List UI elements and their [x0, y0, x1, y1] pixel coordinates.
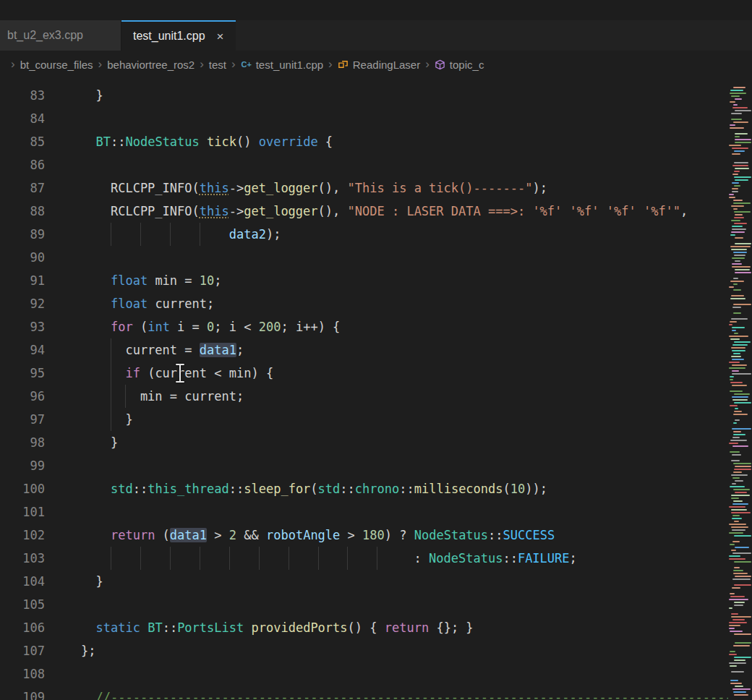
code-line-100[interactable]: 100 std::this_thread::sleep_for(std::chr… [0, 477, 752, 500]
code-line-102[interactable]: 102 return (data1 > 2 && robotAngle > 18… [0, 524, 752, 547]
code-line-103[interactable]: 103 : NodeStatus::FAILURE; [0, 547, 752, 570]
code-line-text[interactable] [81, 153, 752, 176]
code-line-text[interactable] [81, 107, 752, 130]
code-line-text[interactable]: return (data1 > 2 && robotAngle > 180) ?… [81, 524, 752, 547]
breadcrumb-item-readinglaser[interactable]: ReadingLaser [338, 59, 420, 71]
code-line-text[interactable]: : NodeStatus::FAILURE; [81, 547, 752, 570]
code-line-96[interactable]: 96 min = current; [0, 385, 752, 408]
code-line-84[interactable]: 84 [0, 107, 752, 130]
code-line-text[interactable]: BT::NodeStatus tick() override { [81, 130, 752, 153]
tab-bt_u2_ex3-cpp[interactable]: bt_u2_ex3.cpp [0, 20, 121, 51]
code-line-90[interactable]: 90 [0, 246, 752, 269]
line-number[interactable]: 92 [0, 292, 46, 315]
code-line-text[interactable]: } [81, 84, 752, 107]
code-line-text[interactable]: float min = 10; [81, 269, 752, 292]
code-line-text[interactable]: current = data1; [81, 338, 752, 362]
line-number[interactable]: 103 [0, 547, 46, 570]
code-line-text[interactable]: for (int i = 0; i < 200; i++) { [81, 315, 752, 338]
breadcrumb-item-behaviortree_ros2[interactable]: behaviortree_ros2 [107, 59, 195, 71]
code-line-text[interactable] [81, 246, 752, 269]
code-line-text[interactable] [81, 593, 752, 616]
line-number[interactable]: 85 [0, 130, 46, 153]
code-line-95[interactable]: 95 if (current < min) { [0, 362, 752, 385]
code-line-99[interactable]: 99 [0, 454, 752, 477]
code-line-94[interactable]: 94 current = data1; [0, 338, 752, 362]
line-number[interactable]: 88 [0, 200, 46, 223]
minimap[interactable] [728, 78, 752, 700]
code-line-text[interactable]: RCLCPP_INFO(this->get_logger(), "This is… [81, 176, 752, 200]
close-icon[interactable]: × [217, 30, 224, 43]
line-number[interactable]: 106 [0, 616, 46, 639]
chevron-right-icon: › [200, 57, 204, 72]
line-number[interactable]: 98 [0, 431, 46, 454]
line-number[interactable]: 107 [0, 639, 46, 662]
code-line-98[interactable]: 98 } [0, 431, 752, 454]
line-number[interactable]: 104 [0, 570, 46, 593]
line-number[interactable]: 101 [0, 500, 46, 524]
line-number[interactable]: 95 [0, 362, 46, 385]
code-line-85[interactable]: 85 BT::NodeStatus tick() override { [0, 130, 752, 153]
code-line-text[interactable]: } [81, 431, 752, 454]
code-line-97[interactable]: 97 } [0, 408, 752, 431]
line-number[interactable]: 91 [0, 269, 46, 292]
code-line-92[interactable]: 92 float current; [0, 292, 752, 315]
code-line-106[interactable]: 106 static BT::PortsList providedPorts()… [0, 616, 752, 639]
code-line-text[interactable]: //--------------------------------------… [81, 686, 752, 700]
code-line-93[interactable]: 93 for (int i = 0; i < 200; i++) { [0, 315, 752, 338]
chevron-right-icon: › [231, 57, 236, 72]
symbol-class-icon [338, 59, 349, 70]
breadcrumb-item-test[interactable]: test [209, 59, 226, 71]
code-line-89[interactable]: 89 data2); [0, 223, 752, 246]
line-number[interactable]: 100 [0, 477, 46, 500]
chevron-right-icon: › [425, 57, 430, 72]
code-area[interactable]: 83 }8485 BT::NodeStatus tick() override … [0, 78, 752, 700]
indent-guide [111, 223, 111, 246]
tab-test_unit1-cpp[interactable]: test_unit1.cpp × [121, 20, 236, 51]
code-line-109[interactable]: 109 //----------------------------------… [0, 686, 752, 700]
line-number[interactable]: 93 [0, 315, 46, 338]
code-line-text[interactable]: data2); [81, 223, 752, 246]
code-line-text[interactable]: RCLCPP_INFO(this->get_logger(), "NODE : … [81, 200, 752, 223]
code-editor[interactable]: 83 }8485 BT::NodeStatus tick() override … [0, 78, 752, 700]
line-number[interactable]: 102 [0, 524, 46, 547]
line-number[interactable]: 94 [0, 338, 46, 362]
code-line-text[interactable]: float current; [81, 292, 752, 315]
code-line-108[interactable]: 108 [0, 662, 752, 686]
code-line-101[interactable]: 101 [0, 500, 752, 524]
line-number[interactable]: 87 [0, 176, 46, 200]
code-line-text[interactable]: min = current; [81, 385, 752, 408]
line-number[interactable]: 89 [0, 223, 46, 246]
code-line-text[interactable]: static BT::PortsList providedPorts() { r… [81, 616, 752, 639]
code-line-text[interactable] [81, 454, 752, 477]
line-number[interactable]: 90 [0, 246, 46, 269]
breadcrumb-item-test_unit1-cpp[interactable]: C+ test_unit1.cpp [241, 59, 323, 71]
code-line-91[interactable]: 91 float min = 10; [0, 269, 752, 292]
breadcrumb-item-bt_course_files[interactable]: bt_course_files [20, 59, 93, 71]
indent-guide [289, 547, 289, 570]
code-line-text[interactable]: }; [81, 639, 752, 662]
code-line-text[interactable]: if (current < min) { [81, 362, 752, 385]
code-line-text[interactable] [81, 662, 752, 686]
breadcrumb-item-topic-callback[interactable]: topic_c [435, 59, 484, 71]
line-number[interactable]: 108 [0, 662, 46, 686]
code-line-86[interactable]: 86 [0, 153, 752, 176]
line-number[interactable]: 83 [0, 84, 46, 107]
line-number[interactable]: 105 [0, 593, 46, 616]
code-line-107[interactable]: 107}; [0, 639, 752, 662]
code-line-87[interactable]: 87 RCLCPP_INFO(this->get_logger(), "This… [0, 176, 752, 200]
code-line-text[interactable]: std::this_thread::sleep_for(std::chrono:… [81, 477, 752, 500]
code-line-text[interactable]: } [81, 570, 752, 593]
line-number[interactable]: 109 [0, 686, 46, 700]
code-line-text[interactable]: } [81, 408, 752, 431]
code-line-88[interactable]: 88 RCLCPP_INFO(this->get_logger(), "NODE… [0, 200, 752, 223]
line-number[interactable]: 97 [0, 408, 46, 431]
code-line-83[interactable]: 83 } [0, 84, 752, 107]
line-number[interactable]: 99 [0, 454, 46, 477]
editor-tab-bar: bt_u2_ex3.cpp test_unit1.cpp × [0, 20, 752, 51]
code-line-104[interactable]: 104 } [0, 570, 752, 593]
line-number[interactable]: 86 [0, 153, 46, 176]
line-number[interactable]: 96 [0, 385, 46, 408]
line-number[interactable]: 84 [0, 107, 46, 130]
code-line-text[interactable] [81, 500, 752, 524]
code-line-105[interactable]: 105 [0, 593, 752, 616]
